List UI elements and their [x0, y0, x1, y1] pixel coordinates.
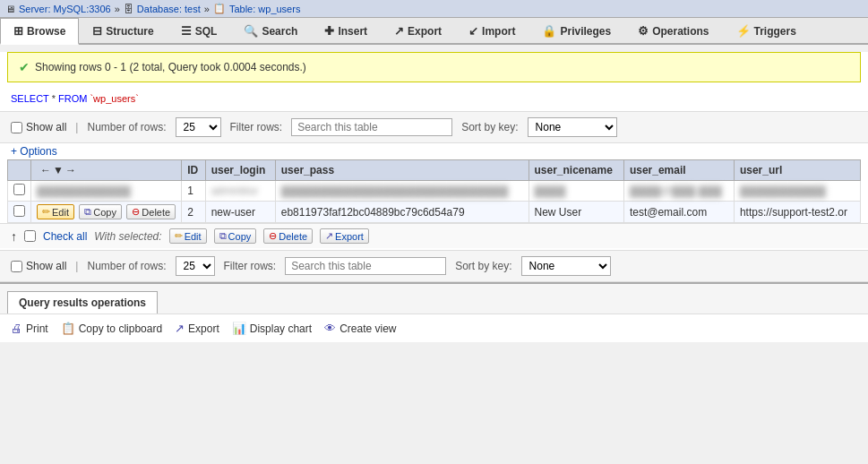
tab-sql[interactable]: ☰SQL [168, 18, 231, 43]
operations-tab-icon: ⚙ [638, 24, 649, 38]
blurred-actions-0: ▓▓▓▓▓▓▓▓▓▓▓▓ [37, 185, 131, 197]
cell-nicename-1: New User [529, 202, 623, 223]
row-checkbox-1[interactable] [13, 205, 25, 217]
cell-login-1: new-user [205, 202, 275, 223]
export-icon: ↗ [175, 322, 185, 335]
tab-insert[interactable]: ✚Insert [311, 18, 381, 43]
operations-tab[interactable]: Query results operations [7, 291, 158, 314]
bottom-rows-select[interactable]: 25 50 [176, 256, 215, 276]
export-icon: ↗ [325, 230, 333, 242]
col-checkbox [8, 160, 31, 181]
tab-privileges[interactable]: 🔒Privileges [529, 18, 624, 43]
cell-id-1: 2 [182, 202, 206, 223]
status-bar: ✔ Showing rows 0 - 1 (2 total, Query too… [7, 52, 861, 82]
tab-operations[interactable]: ⚙Operations [624, 18, 722, 43]
triggers-tab-icon: ⚡ [736, 24, 751, 38]
db-icon: 🗄 [124, 4, 133, 14]
cell-nicename-0: ▓▓▓▓ [529, 181, 623, 202]
col-user-pass[interactable]: user_pass [275, 160, 529, 181]
query-results-operations: Query results operations 🖨Print📋Copy to … [0, 282, 868, 342]
op-btn-create_view[interactable]: 👁Create view [324, 322, 396, 335]
table-area: ← ▼ → ID user_login user_pass user_nicen… [0, 159, 868, 223]
with-selected-export-btn[interactable]: ↗ Export [320, 228, 369, 244]
operations-buttons: 🖨Print📋Copy to clipboard↗Export📊Display … [0, 314, 868, 342]
tab-search[interactable]: 🔍Search [230, 18, 311, 43]
with-selected-delete-btn[interactable]: ⊖ Delete [263, 228, 313, 244]
cell-login-0: adminblur [205, 181, 275, 202]
col-nav-arrows: ← ▼ → [31, 160, 182, 181]
col-user-login[interactable]: user_login [205, 160, 275, 181]
left-arrow-icon: ← [40, 164, 51, 176]
insert-tab-icon: ✚ [324, 24, 334, 38]
op-btn-display_chart[interactable]: 📊Display chart [232, 322, 312, 335]
nav-tabs: ⊞Browse⊟Structure☰SQL🔍Search✚Insert↗Expo… [0, 18, 868, 45]
cell-email-0: ▓▓▓▓@▓▓▓.▓▓▓ [623, 181, 734, 202]
table-header-row: ← ▼ → ID user_login user_pass user_nicen… [8, 160, 861, 181]
bottom-show-all-label: Show all [11, 260, 66, 272]
delete-icon: ⊖ [269, 230, 277, 242]
col-user-email[interactable]: user_email [623, 160, 734, 181]
tab-structure[interactable]: ⊟Structure [79, 18, 167, 43]
table-link[interactable]: Table: wp_users [229, 4, 301, 14]
cell-email-1: test@email.com [623, 202, 734, 223]
delete-icon-1: ⊖ [132, 206, 140, 218]
copy-icon: ⧉ [219, 230, 227, 242]
search-tab-icon: 🔍 [244, 24, 258, 38]
copy-icon-1: ⧉ [84, 206, 91, 218]
status-message: Showing rows 0 - 1 (2 total, Query took … [35, 61, 306, 73]
sort-by-key-select[interactable]: None [528, 117, 617, 137]
server-link[interactable]: Server: MySQL:3306 [19, 4, 111, 14]
table-row: ✏ Edit ⧉ Copy ⊖ Delete 2new-usereb811973… [8, 202, 861, 223]
window-icon: 🖥 [5, 4, 15, 14]
top-search-input[interactable] [291, 118, 452, 136]
copy_clipboard-icon: 📋 [61, 322, 75, 335]
row-checkbox-0[interactable] [13, 184, 25, 195]
show-all-checkbox[interactable] [11, 122, 22, 133]
import-tab-icon: ↙ [468, 24, 478, 38]
breadcrumb: 🖥 Server: MySQL:3306 » 🗄 Database: test … [0, 0, 868, 18]
with-selected-copy-btn[interactable]: ⧉ Copy [214, 228, 257, 244]
bottom-sort-select[interactable]: None [521, 256, 611, 276]
with-selected-edit-btn[interactable]: ✏ Edit [169, 228, 207, 244]
tab-import[interactable]: ↙Import [455, 18, 529, 43]
check-all-link[interactable]: Check all [43, 230, 87, 243]
show-all-checkbox-label: Show all [11, 121, 66, 133]
success-icon: ✔ [19, 60, 30, 74]
table-row: ▓▓▓▓▓▓▓▓▓▓▓▓1adminblur▓▓▓▓▓▓▓▓▓▓▓▓▓▓▓▓▓▓… [8, 181, 861, 202]
check-all-checkbox[interactable] [24, 230, 36, 242]
sort-icon: ▼ [53, 164, 64, 176]
right-arrow-icon: → [65, 164, 76, 176]
sql-tab-icon: ☰ [181, 24, 192, 38]
cell-id-0: 1 [182, 181, 206, 202]
check-all-row: ↑ Check all With selected: ✏ Edit ⧉ Copy… [0, 223, 868, 248]
bottom-search-input[interactable] [285, 257, 446, 275]
tab-browse[interactable]: ⊞Browse [0, 18, 79, 45]
op-btn-copy_clipboard[interactable]: 📋Copy to clipboard [61, 322, 162, 335]
copy-btn-1[interactable]: ⧉ Copy [79, 204, 122, 219]
sql-display: SELECT * FROM `wp_users` [0, 90, 868, 111]
cell-url-0: ▓▓▓▓▓▓▓▓▓▓▓ [734, 181, 860, 202]
privileges-tab-icon: 🔒 [542, 24, 556, 38]
data-table: ← ▼ → ID user_login user_pass user_nicen… [7, 159, 861, 223]
cell-pass-0: ▓▓▓▓▓▓▓▓▓▓▓▓▓▓▓▓▓▓▓▓▓▓▓▓▓▓▓▓▓ [275, 181, 529, 202]
cell-url-1: https://support-test2.or [734, 202, 860, 223]
cell-pass-1: eb811973faf12bc04889bc79c6d54a79 [275, 202, 529, 223]
op-btn-print[interactable]: 🖨Print [11, 322, 48, 335]
delete-btn-1[interactable]: ⊖ Delete [126, 204, 176, 219]
col-user-nicename[interactable]: user_nicename [529, 160, 623, 181]
col-id[interactable]: ID [182, 160, 206, 181]
structure-tab-icon: ⊟ [92, 24, 102, 38]
bottom-show-all-checkbox[interactable] [11, 261, 22, 272]
bottom-toolbar: Show all | Number of rows: 25 50 Filter … [0, 250, 868, 282]
main-content: ✔ Showing rows 0 - 1 (2 total, Query too… [0, 52, 868, 342]
tab-triggers[interactable]: ⚡Triggers [723, 18, 810, 43]
database-link[interactable]: Database: test [137, 4, 201, 14]
edit-icon: ✏ [175, 230, 183, 242]
col-user-url[interactable]: user_url [734, 160, 860, 181]
edit-btn-1[interactable]: ✏ Edit [37, 204, 74, 219]
tab-export[interactable]: ↗Export [381, 18, 455, 43]
op-btn-export[interactable]: ↗Export [175, 322, 219, 335]
display_chart-icon: 📊 [232, 322, 246, 335]
options-link[interactable]: + Options [0, 143, 868, 159]
number-of-rows-select[interactable]: 25 50 100 [176, 117, 221, 137]
